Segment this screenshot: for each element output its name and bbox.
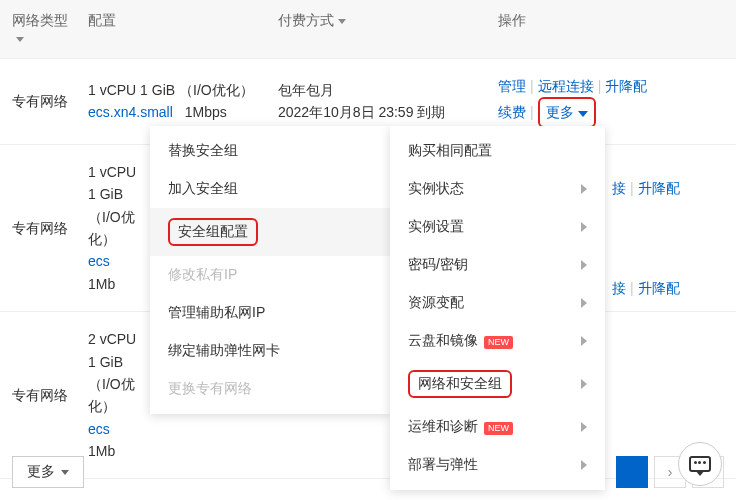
chevron-right-icon xyxy=(581,422,587,432)
chevron-down-icon xyxy=(61,470,69,475)
more-menu: 购买相同配置 实例状态 实例设置 密码/密钥 资源变配 云盘和镜像NEW 网络和… xyxy=(390,126,605,490)
page-current[interactable] xyxy=(616,456,648,488)
bulk-more-button[interactable]: 更多 xyxy=(12,456,84,488)
menu-item-bind-eni[interactable]: 绑定辅助弹性网卡 xyxy=(150,332,390,370)
col-header-payment-label: 付费方式 xyxy=(278,12,334,28)
table-header: 网络类型 配置 付费方式 操作 xyxy=(0,0,736,59)
resize-link[interactable]: 升降配 xyxy=(638,180,680,196)
cell-network: 专有网络 xyxy=(0,380,80,410)
chevron-right-icon xyxy=(581,260,587,270)
menu-item-sg-config[interactable]: 安全组配置 xyxy=(150,208,390,256)
renew-link[interactable]: 续费 xyxy=(498,104,526,120)
menu-item-network-sg[interactable]: 网络和安全组 xyxy=(390,360,605,408)
menu-item-password-key[interactable]: 密码/密钥 xyxy=(390,246,605,284)
menu-item-instance-status[interactable]: 实例状态 xyxy=(390,170,605,208)
cell-network: 专有网络 xyxy=(0,86,80,116)
menu-item-modify-private-ip: 修改私有IP xyxy=(150,256,390,294)
cell-config: 1 vCPU 1 GiB （I/O优化） ecs.xn4.small 1Mbps xyxy=(80,75,270,128)
chevron-right-icon xyxy=(581,184,587,194)
new-badge: NEW xyxy=(484,422,513,435)
ops-peek-row3: 接|升降配 xyxy=(612,280,680,298)
menu-item-resource-change[interactable]: 资源变配 xyxy=(390,284,605,322)
cell-ops: 管理|远程连接|升降配 续费|更多 xyxy=(490,71,736,132)
chevron-down-icon xyxy=(578,111,588,117)
col-header-ops: 操作 xyxy=(490,8,736,50)
menu-item-instance-settings[interactable]: 实例设置 xyxy=(390,208,605,246)
chevron-down-icon xyxy=(16,37,24,42)
instance-spec-link[interactable]: ecs.xn4.small xyxy=(88,104,173,120)
menu-item-replace-sg[interactable]: 替换安全组 xyxy=(150,132,390,170)
cell-config: 1 vCPU 1 GiB （I/O优化） ecs 1Mb xyxy=(80,157,140,299)
chat-icon[interactable] xyxy=(678,442,722,486)
manage-link[interactable]: 管理 xyxy=(498,78,526,94)
col-header-payment[interactable]: 付费方式 xyxy=(270,8,460,50)
cell-network: 专有网络 xyxy=(0,213,80,243)
col-header-network[interactable]: 网络类型 xyxy=(0,8,80,50)
menu-item-deploy-elastic[interactable]: 部署与弹性 xyxy=(390,446,605,484)
ops-peek-row2: 接|升降配 xyxy=(612,180,680,198)
chevron-right-icon xyxy=(581,379,587,389)
security-group-submenu: 替换安全组 加入安全组 安全组配置 修改私有IP 管理辅助私网IP 绑定辅助弹性… xyxy=(150,126,390,414)
remote-connect-link[interactable]: 远程连接 xyxy=(538,78,594,94)
resize-link[interactable]: 升降配 xyxy=(638,280,680,296)
menu-item-buy-same[interactable]: 购买相同配置 xyxy=(390,132,605,170)
resize-link[interactable]: 升降配 xyxy=(605,78,647,94)
col-header-config: 配置 xyxy=(80,8,270,50)
menu-item-disk-image[interactable]: 云盘和镜像NEW xyxy=(390,322,605,360)
menu-item-ops-diag[interactable]: 运维和诊断NEW xyxy=(390,408,605,446)
chevron-right-icon xyxy=(581,460,587,470)
more-button[interactable]: 更多 xyxy=(538,97,596,127)
menu-item-join-sg[interactable]: 加入安全组 xyxy=(150,170,390,208)
cell-config: 2 vCPU 1 GiB （I/O优化） ecs 1Mb xyxy=(80,324,140,466)
menu-item-manage-secondary-ip[interactable]: 管理辅助私网IP xyxy=(150,294,390,332)
chevron-right-icon xyxy=(581,336,587,346)
chevron-right-icon xyxy=(581,222,587,232)
chevron-down-icon xyxy=(338,19,346,24)
chat-bubble-icon xyxy=(689,456,711,472)
bottom-bar: 更多 › » xyxy=(0,456,736,488)
chevron-right-icon xyxy=(581,298,587,308)
menu-item-change-vpc: 更换专有网络 xyxy=(150,370,390,408)
col-header-network-label: 网络类型 xyxy=(12,12,68,28)
new-badge: NEW xyxy=(484,336,513,349)
cell-payment: 包年包月 2022年10月8日 23:59 到期 xyxy=(270,75,460,128)
